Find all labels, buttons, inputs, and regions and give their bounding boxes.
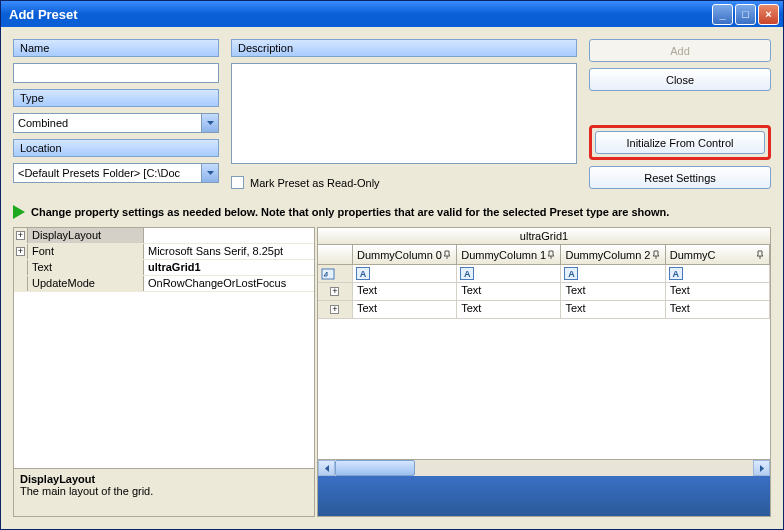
expand-icon: [14, 260, 28, 275]
property-value[interactable]: Microsoft Sans Serif, 8.25pt: [144, 244, 314, 259]
grid-cell[interactable]: Text: [353, 283, 457, 300]
property-row[interactable]: +DisplayLayout: [14, 228, 314, 244]
property-desc-text: The main layout of the grid.: [20, 485, 308, 497]
table-row[interactable]: +TextTextTextText: [318, 301, 770, 319]
grid-body: AAAA+TextTextTextText+TextTextTextText: [318, 265, 770, 459]
scroll-left-icon[interactable]: [318, 460, 335, 476]
column-header[interactable]: DummyColumn 2: [561, 245, 665, 264]
property-desc-title: DisplayLayout: [20, 473, 308, 485]
grid-footer-area: [318, 476, 770, 516]
text-type-icon: A: [669, 267, 683, 280]
grid-header-expand: [318, 245, 353, 264]
property-value[interactable]: [144, 228, 314, 243]
type-combo-value: Combined: [14, 117, 201, 129]
location-label: Location: [13, 139, 219, 157]
expand-icon: [14, 276, 28, 291]
sub-cell: A: [353, 265, 457, 282]
grid-subheader: AAAA: [318, 265, 770, 283]
add-button[interactable]: Add: [589, 39, 771, 62]
row-selector-icon[interactable]: [318, 265, 353, 282]
column-header[interactable]: DummyColumn 0: [353, 245, 457, 264]
sub-cell: A: [561, 265, 665, 282]
property-name: UpdateMode: [28, 276, 144, 291]
table-row[interactable]: +TextTextTextText: [318, 283, 770, 301]
grid-preview: ultraGrid1 DummyColumn 0DummyColumn 1Dum…: [317, 227, 771, 517]
type-label: Type: [13, 89, 219, 107]
column-header[interactable]: DummyC: [666, 245, 770, 264]
sub-cell: A: [457, 265, 561, 282]
location-combo-value: <Default Presets Folder> [C:\Doc: [14, 167, 201, 179]
property-name: Text: [28, 260, 144, 275]
grid-cell[interactable]: Text: [561, 301, 665, 318]
pin-icon[interactable]: [651, 250, 661, 260]
grid-cell[interactable]: Text: [353, 301, 457, 318]
grid-title: ultraGrid1: [318, 228, 770, 245]
grid-cell[interactable]: Text: [457, 301, 561, 318]
expand-row-icon[interactable]: +: [318, 283, 353, 300]
grid-cell[interactable]: Text: [666, 283, 770, 300]
grid-column-headers: DummyColumn 0DummyColumn 1DummyColumn 2D…: [318, 245, 770, 265]
window-title: Add Preset: [9, 7, 712, 22]
expand-icon[interactable]: +: [14, 228, 28, 243]
property-value[interactable]: ultraGrid1: [144, 260, 314, 275]
scroll-track[interactable]: [335, 460, 753, 476]
name-input[interactable]: [13, 63, 219, 83]
expand-icon[interactable]: +: [14, 244, 28, 259]
scroll-right-icon[interactable]: [753, 460, 770, 476]
property-row[interactable]: +FontMicrosoft Sans Serif, 8.25pt: [14, 244, 314, 260]
description-input[interactable]: [231, 63, 577, 164]
readonly-checkbox[interactable]: [231, 176, 244, 189]
property-name: Font: [28, 244, 144, 259]
property-row[interactable]: UpdateModeOnRowChangeOrLostFocus: [14, 276, 314, 292]
expand-row-icon[interactable]: +: [318, 301, 353, 318]
svg-rect-0: [322, 269, 334, 279]
property-row[interactable]: TextultraGrid1: [14, 260, 314, 276]
close-window-button[interactable]: ×: [758, 4, 779, 25]
initialize-from-control-button[interactable]: Initialize From Control: [595, 131, 765, 154]
chevron-down-icon: [201, 114, 218, 132]
chevron-down-icon: [201, 164, 218, 182]
grid-cell[interactable]: Text: [666, 301, 770, 318]
info-text: Change property settings as needed below…: [31, 206, 669, 218]
text-type-icon: A: [564, 267, 578, 280]
play-icon: [13, 205, 25, 219]
maximize-button[interactable]: □: [735, 4, 756, 25]
minimize-button[interactable]: _: [712, 4, 733, 25]
location-combo[interactable]: <Default Presets Folder> [C:\Doc: [13, 163, 219, 183]
pin-icon[interactable]: [442, 250, 452, 260]
pin-icon[interactable]: [755, 250, 765, 260]
column-header[interactable]: DummyColumn 1: [457, 245, 561, 264]
scroll-thumb[interactable]: [335, 460, 415, 476]
type-combo[interactable]: Combined: [13, 113, 219, 133]
titlebar: Add Preset _ □ ×: [1, 1, 783, 27]
name-label: Name: [13, 39, 219, 57]
grid-cell[interactable]: Text: [457, 283, 561, 300]
pin-icon[interactable]: [546, 250, 556, 260]
reset-settings-button[interactable]: Reset Settings: [589, 166, 771, 189]
readonly-label: Mark Preset as Read-Only: [250, 177, 380, 189]
property-description: DisplayLayout The main layout of the gri…: [14, 468, 314, 516]
grid-cell[interactable]: Text: [561, 283, 665, 300]
sub-cell: A: [666, 265, 770, 282]
property-name: DisplayLayout: [28, 228, 144, 243]
initialize-highlight: Initialize From Control: [589, 125, 771, 160]
text-type-icon: A: [460, 267, 474, 280]
close-button[interactable]: Close: [589, 68, 771, 91]
text-type-icon: A: [356, 267, 370, 280]
description-label: Description: [231, 39, 577, 57]
property-grid: +DisplayLayout+FontMicrosoft Sans Serif,…: [13, 227, 315, 517]
property-rows: +DisplayLayout+FontMicrosoft Sans Serif,…: [14, 228, 314, 468]
add-preset-window: Add Preset _ □ × Name Type Combined Loca…: [0, 0, 784, 530]
property-value[interactable]: OnRowChangeOrLostFocus: [144, 276, 314, 291]
horizontal-scrollbar[interactable]: [318, 459, 770, 476]
